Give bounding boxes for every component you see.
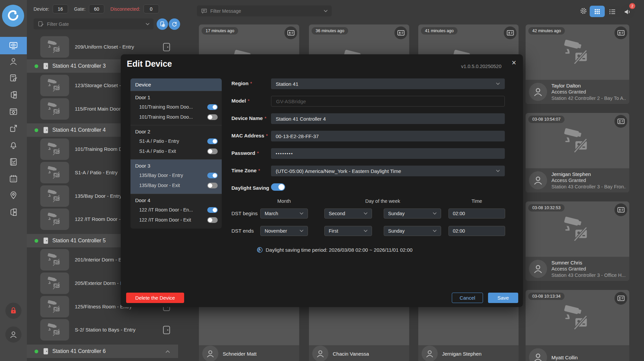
password-value: •••••••• xyxy=(276,151,293,156)
camera-offline-thumbnail xyxy=(40,249,69,270)
gate-toggle[interactable] xyxy=(207,183,218,188)
badge-event-icon xyxy=(504,26,517,39)
filter-message-select[interactable]: Filter Message xyxy=(197,5,332,16)
password-field[interactable]: •••••••• xyxy=(271,148,505,159)
delete-device-button[interactable]: Delete the Device xyxy=(126,293,184,303)
model-label: Model* xyxy=(231,98,250,104)
region-select[interactable]: Station 41 xyxy=(271,78,505,89)
door-section: Door 1 101/Training Room Doo... 101/Trai… xyxy=(130,91,222,125)
door-icon[interactable] xyxy=(163,43,170,52)
event-info: Sumner Chris Access Granted Station 43 C… xyxy=(526,257,629,281)
gate-label: Gate: xyxy=(74,6,86,12)
filter-message-placeholder: Filter Message xyxy=(210,8,241,14)
person-icon xyxy=(533,175,543,186)
tab-device[interactable]: Device xyxy=(130,78,222,91)
monitor-eye-icon xyxy=(9,41,18,50)
gate-filter-icon xyxy=(38,21,44,27)
cancel-button[interactable]: Cancel xyxy=(452,293,483,303)
window-settings-icon xyxy=(9,107,18,116)
door-icon[interactable] xyxy=(163,325,170,335)
close-icon[interactable]: × xyxy=(512,58,516,67)
camera-offline-thumbnail xyxy=(40,185,69,207)
app-window: Device: 16 Gate: 60 Disconnected: 0 Filt… xyxy=(0,0,644,361)
device-name-field[interactable]: Station 41 Controller 4 xyxy=(271,113,505,124)
gate-toggle[interactable] xyxy=(207,138,218,144)
camera-slash-icon xyxy=(564,128,592,154)
event-info: Jernigan Stephen xyxy=(418,345,519,361)
event-card[interactable]: 42 minutes ago Taylor Dalton Access Gran… xyxy=(526,24,629,104)
list-view-icon xyxy=(609,9,615,14)
gate-name: 101/Training Room Doo... xyxy=(139,104,207,110)
nav-notifications[interactable] xyxy=(0,137,27,153)
gate-toggle[interactable] xyxy=(207,148,218,154)
grid-view-button[interactable] xyxy=(590,6,605,17)
dst-ends-month-select[interactable]: November xyxy=(260,226,308,236)
dst-begins-month-select[interactable]: March xyxy=(260,208,308,219)
dst-month-header: Month xyxy=(260,198,308,204)
version-label: v1.0.5.0.20250520 xyxy=(461,64,501,69)
event-location: Station 42 Controller 2 - Bay To A... xyxy=(551,95,626,102)
dst-begins-day-select[interactable]: Sunday xyxy=(384,208,441,219)
camera-slash-icon xyxy=(47,277,62,290)
filter-gate-select[interactable]: Filter Gate xyxy=(34,18,154,29)
lock-button[interactable] xyxy=(5,303,21,319)
gate-name: S1-A / Patio - Entry xyxy=(139,138,207,144)
gate-toggle[interactable] xyxy=(207,114,218,120)
gate-name: 135/Bay Door - Exit xyxy=(139,183,207,188)
camera-slash-icon xyxy=(47,166,62,179)
gate-toggle[interactable] xyxy=(207,207,218,213)
gate-toggle[interactable] xyxy=(207,217,218,223)
nav-device-settings[interactable] xyxy=(0,104,27,120)
controller-group-header[interactable]: Station 41 Controller 6 xyxy=(27,345,178,358)
event-info: Chacin Vanessa xyxy=(309,345,409,361)
nav-export[interactable] xyxy=(0,120,27,136)
nav-credentials[interactable] xyxy=(0,70,27,86)
nav-locations[interactable] xyxy=(0,187,27,203)
dst-begins-ordinal-select[interactable]: Second xyxy=(324,208,372,219)
gate-toggle[interactable] xyxy=(207,104,218,110)
megaphone-icon xyxy=(624,8,631,15)
event-card[interactable]: 03-08 10:13:34 Myatt Collin xyxy=(526,290,629,361)
timezone-select[interactable]: (UTC-05:00) America/New_York - Eastern D… xyxy=(271,166,505,176)
event-time: 41 minutes ago xyxy=(421,27,458,35)
dst-ends-ordinal-select[interactable]: First xyxy=(324,226,372,236)
dst-ends-time-input[interactable]: 02:00 xyxy=(448,226,505,236)
dst-dayofweek-header: Day of the week xyxy=(324,198,441,204)
nav-users[interactable] xyxy=(0,53,27,69)
dst-begins-time-input[interactable]: 02:00 xyxy=(448,208,505,219)
list-view-button[interactable] xyxy=(605,6,620,17)
add-device-button[interactable] xyxy=(157,18,168,30)
nav-monitoring[interactable] xyxy=(0,37,27,54)
save-button[interactable]: Save xyxy=(488,293,518,303)
access-status: Access Granted xyxy=(551,89,626,95)
device-name-value: Station 41 Controller 4 xyxy=(276,116,326,122)
chevron-up-icon[interactable] xyxy=(165,350,170,353)
person-name: Schneider Matt xyxy=(223,351,257,357)
person-icon xyxy=(533,263,543,274)
event-card[interactable]: 03-08 10:54:07 Jernigan Stephen Access G… xyxy=(526,113,629,192)
gate-toggle[interactable] xyxy=(207,173,218,178)
gate-list-item[interactable]: S-2/ Station to Bays - Entry xyxy=(27,319,178,341)
dst-time-header: Time xyxy=(448,198,505,204)
daylight-saving-toggle[interactable] xyxy=(271,183,285,191)
announcements-button[interactable]: 2 xyxy=(620,5,634,19)
door-section: Door 3 135/Bay Door - Entry 135/Bay Door… xyxy=(130,160,222,194)
model-field[interactable]: GV-ASBridge xyxy=(271,96,505,107)
nav-access[interactable] xyxy=(0,87,27,103)
account-button[interactable] xyxy=(5,326,21,343)
nav-door-groups[interactable] xyxy=(0,204,27,220)
event-card[interactable]: 03-08 10:32:53 Sumner Chris Access Grant… xyxy=(526,201,629,281)
avatar xyxy=(202,346,218,361)
bell-icon xyxy=(9,141,18,149)
camera-slash-icon xyxy=(47,189,62,203)
event-time: 42 minutes ago xyxy=(528,27,565,35)
controller-icon xyxy=(43,237,49,244)
refresh-button[interactable] xyxy=(169,18,180,30)
mac-address-field[interactable]: 00-13-E2-28-FF-37 xyxy=(271,131,505,141)
timezone-value: (UTC-05:00) America/New_York - Eastern D… xyxy=(276,168,401,174)
settings-button[interactable] xyxy=(579,7,588,16)
event-info: Taylor Dalton Access Granted Station 42 … xyxy=(526,80,629,104)
nav-tasks[interactable] xyxy=(0,154,27,170)
nav-schedule[interactable] xyxy=(0,171,27,187)
dst-ends-day-select[interactable]: Sunday xyxy=(384,226,441,236)
